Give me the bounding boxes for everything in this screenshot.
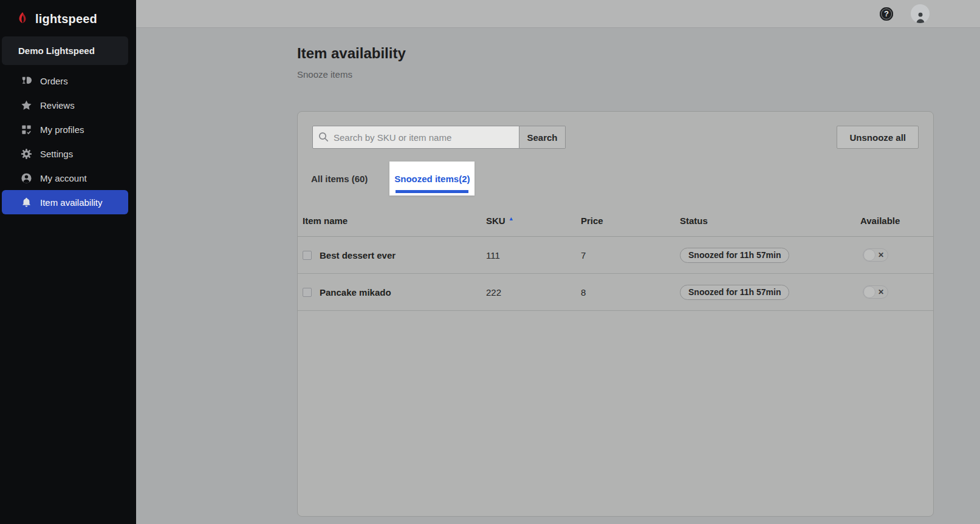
search-input[interactable] [312, 126, 519, 149]
toggle-off-icon: ✕ [878, 288, 884, 297]
sidebar-item-label: Settings [40, 149, 73, 159]
search-button[interactable]: Search [519, 126, 566, 149]
sidebar-item-label: My profiles [40, 124, 84, 135]
star-icon [21, 100, 32, 111]
item-status-cell: Snoozed for 11h 57min [680, 248, 860, 263]
row-checkbox[interactable] [303, 251, 312, 260]
sort-asc-icon: ▲ [509, 216, 514, 222]
column-header-available: Available [860, 216, 928, 226]
sidebar-item-my-account[interactable]: My account [2, 166, 128, 190]
item-price: 8 [581, 287, 680, 298]
brand-logo[interactable]: lightspeed [0, 0, 136, 30]
sidebar: lightspeed Demo Lightspeed Orders [0, 0, 136, 524]
tab-label: Snoozed items(2) [394, 174, 470, 184]
column-header-status: Status [680, 216, 860, 226]
sidebar-item-item-availability[interactable]: Item availability [2, 190, 128, 214]
brand-wordmark: lightspeed [35, 12, 97, 26]
person-circle-icon [21, 172, 32, 184]
toggle-knob [863, 286, 875, 298]
item-price: 7 [581, 250, 680, 260]
row-checkbox[interactable] [303, 288, 312, 297]
person-icon [914, 11, 927, 23]
item-name-cell: Pancake mikado [303, 287, 486, 298]
active-tab-underline [396, 190, 468, 193]
sidebar-item-settings[interactable]: Settings [2, 141, 128, 166]
tab-all-items[interactable]: All items (60) [301, 162, 377, 196]
availability-toggle[interactable]: ✕ [863, 248, 888, 262]
status-badge: Snoozed for 11h 57min [680, 285, 789, 300]
sidebar-item-reviews[interactable]: Reviews [2, 93, 128, 117]
page-subtitle: Snooze items [297, 69, 980, 80]
toggle-knob [863, 249, 875, 261]
search-icon [318, 132, 329, 145]
column-header-sku[interactable]: SKU ▲ [486, 216, 581, 226]
sidebar-item-my-profiles[interactable]: My profiles [2, 117, 128, 141]
sidebar-item-label: Item availability [40, 197, 103, 208]
item-name: Pancake mikado [320, 287, 391, 298]
tab-snoozed-items[interactable]: Snoozed items(2) [389, 162, 475, 196]
table-row: Pancake mikado 222 8 Snoozed for 11h 57m… [298, 274, 933, 311]
help-icon[interactable]: ? [880, 7, 893, 21]
gear-icon [21, 148, 32, 160]
bell-icon [21, 197, 32, 208]
tabs: All items (60) Snoozed items(2) [298, 162, 933, 196]
app-root: lightspeed Demo Lightspeed Orders [0, 0, 980, 524]
sidebar-item-orders[interactable]: Orders [2, 69, 128, 93]
profiles-grid-icon [21, 124, 32, 135]
items-table: Item name SKU ▲ Price Status [298, 205, 933, 311]
orders-icon [21, 75, 32, 87]
sidebar-item-label: My account [40, 173, 87, 183]
table-row: Best dessert ever 111 7 Snoozed for 11h … [298, 237, 933, 274]
sidebar-item-label: Orders [40, 76, 68, 86]
sidebar-item-label: Reviews [40, 100, 75, 111]
toggle-off-icon: ✕ [878, 251, 884, 260]
toolbar: Search Unsnooze all [312, 126, 919, 149]
items-card: Search Unsnooze all All items (60) Snooz… [297, 111, 934, 517]
item-status-cell: Snoozed for 11h 57min [680, 285, 860, 300]
status-badge: Snoozed for 11h 57min [680, 248, 789, 263]
search-group: Search [312, 126, 566, 149]
page-content: Item availability Snooze items [136, 44, 980, 517]
unsnooze-all-button[interactable]: Unsnooze all [837, 126, 919, 149]
availability-toggle[interactable]: ✕ [863, 285, 888, 299]
column-header-item-name: Item name [303, 216, 486, 226]
account-name: Demo Lightspeed [18, 46, 95, 56]
sidebar-nav: Orders Reviews [0, 69, 136, 214]
page-title: Item availability [297, 44, 980, 63]
item-name-cell: Best dessert ever [303, 250, 486, 260]
lightspeed-flame-icon [16, 11, 30, 28]
tab-label: All items (60) [311, 174, 368, 184]
help-glyph: ? [884, 9, 889, 18]
item-available-cell: ✕ [860, 248, 928, 262]
table-header-row: Item name SKU ▲ Price Status [298, 205, 933, 237]
search-field-wrap [312, 126, 519, 149]
main-area: ? Item availability Snooze items [136, 0, 980, 524]
topbar: ? [136, 0, 980, 28]
item-name: Best dessert ever [320, 250, 396, 260]
item-available-cell: ✕ [860, 285, 928, 299]
item-sku: 222 [486, 287, 581, 298]
avatar[interactable] [911, 4, 930, 23]
account-switcher[interactable]: Demo Lightspeed [2, 36, 128, 65]
item-sku: 111 [486, 250, 581, 260]
column-header-price: Price [581, 216, 680, 226]
